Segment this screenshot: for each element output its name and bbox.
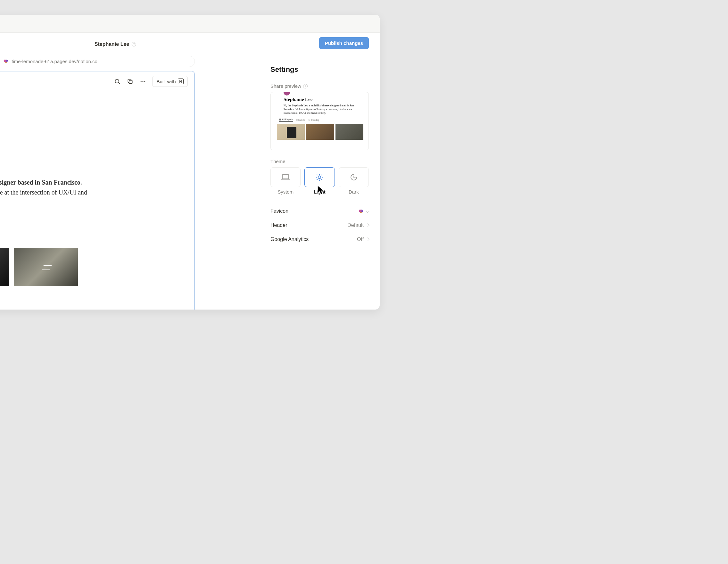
intro-bold: Hi, I'm Stephanie Lee, a multidisciplina… (0, 179, 82, 186)
theme-dark-label: Dark (339, 189, 369, 195)
more-icon[interactable] (139, 78, 146, 85)
ga-label: Google Analytics (270, 236, 309, 242)
header-label: Header (270, 222, 287, 228)
svg-point-5 (145, 81, 145, 82)
copy-icon[interactable] (127, 78, 134, 85)
share-mini-tabs: ▦ All Projects ▯ Mobile ▭ Desktop (279, 118, 363, 122)
favicon-row[interactable]: Favicon (270, 204, 369, 218)
thumbnail-2[interactable] (0, 248, 9, 286)
svg-line-16 (322, 179, 322, 180)
palette-icon (4, 59, 8, 64)
svg-rect-2 (129, 80, 132, 84)
svg-rect-10 (282, 175, 289, 179)
mini-thumb-2 (306, 124, 334, 140)
help-icon[interactable]: ? (132, 42, 136, 46)
theme-dark[interactable] (339, 167, 369, 187)
thumbnails (0, 248, 125, 286)
app-window: Stephanie Lee ? Publish changes time-lem… (0, 15, 380, 306)
theme-label: Theme (270, 159, 369, 164)
page-title: Stephanie Lee (95, 41, 129, 47)
preview-toolbar: Built with N (0, 71, 194, 91)
chevron-right-icon (366, 237, 369, 241)
chevron-down-icon (366, 209, 369, 213)
header: Stephanie Lee ? Publish changes (0, 33, 380, 56)
share-preview-label: Share preview ? (270, 83, 369, 89)
content: time-lemonade-61a.pages.dev/notion.co Bu… (0, 56, 380, 306)
page-body: Stephanie Lee Hi, I'm Stephanie Lee, a m… (0, 91, 145, 286)
page-intro: Hi, I'm Stephanie Lee, a multidisciplina… (0, 178, 125, 207)
preview-column: time-lemonade-61a.pages.dev/notion.co Bu… (0, 56, 260, 306)
share-preview-card[interactable]: Stephanie Lee Hi, I'm Stephanie Lee, a m… (270, 92, 369, 150)
page-heading: Stephanie Lee (0, 155, 125, 172)
palette-icon (359, 209, 364, 214)
svg-line-20 (322, 175, 322, 175)
svg-line-19 (317, 179, 318, 180)
intro-line-1: With over 8 years of industry experience… (0, 189, 87, 196)
avatar (284, 92, 290, 95)
mini-thumb-3 (335, 124, 363, 140)
help-icon[interactable]: ? (303, 84, 308, 88)
mini-tab-mobile: ▯ Mobile (296, 118, 305, 122)
built-with-badge[interactable]: Built with N (152, 76, 187, 87)
settings-panel: Settings Share preview ? Stephanie Lee H… (260, 56, 380, 306)
moon-icon (350, 173, 358, 181)
theme-options (270, 167, 369, 187)
share-mini-thumbs (277, 124, 363, 140)
header-value: Default (347, 222, 369, 228)
google-analytics-row[interactable]: Google Analytics Off (270, 232, 369, 246)
mini-tab-all: ▦ All Projects (279, 118, 293, 122)
ga-value: Off (357, 236, 369, 242)
header-title-wrap: Stephanie Lee ? (95, 41, 136, 47)
svg-point-4 (143, 81, 144, 82)
theme-light[interactable] (304, 167, 335, 187)
topbar (0, 15, 380, 33)
mini-tab-desktop: ▭ Desktop (308, 118, 319, 122)
chevron-right-icon (366, 223, 369, 227)
urlbar[interactable]: time-lemonade-61a.pages.dev/notion.co (0, 56, 195, 67)
theme-labels: System Light Dark (270, 189, 369, 195)
theme-system[interactable] (270, 167, 301, 187)
built-with-label: Built with (156, 79, 176, 84)
theme-system-label: System (270, 189, 301, 195)
svg-line-1 (119, 83, 120, 84)
favicon-label: Favicon (270, 208, 288, 214)
svg-point-12 (318, 176, 321, 179)
laptop-icon (281, 174, 290, 181)
share-card-intro: Hi, I'm Stephanie Lee, a multidisciplina… (284, 104, 356, 115)
thumbnail-3[interactable] (14, 248, 78, 286)
url-text: time-lemonade-61a.pages.dev/notion.co (12, 59, 97, 64)
notion-logo-icon: N (178, 79, 184, 84)
publish-button[interactable]: Publish changes (319, 37, 369, 49)
search-icon[interactable] (114, 78, 121, 85)
project-tabs: Mobile Desktop (0, 232, 125, 239)
svg-line-15 (317, 175, 318, 175)
mini-thumb-1 (277, 124, 305, 140)
theme-light-label: Light (304, 189, 335, 195)
svg-point-0 (115, 79, 119, 83)
header-row[interactable]: Header Default (270, 218, 369, 232)
preview-frame: Built with N Stephanie Lee Hi, I'm Steph… (0, 71, 195, 306)
sun-icon (315, 173, 324, 181)
favicon-value (359, 209, 369, 214)
share-card-name: Stephanie Lee (284, 97, 363, 102)
settings-title: Settings (270, 65, 369, 74)
svg-point-3 (141, 81, 142, 82)
